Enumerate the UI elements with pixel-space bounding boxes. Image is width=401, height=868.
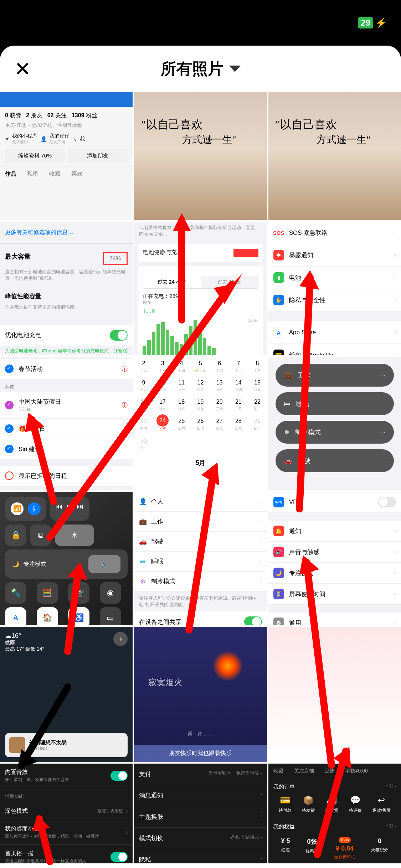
thumb-taobao-account[interactable]: 收藏关注店铺足迹零钱¥0.00 我的订单全部 › 💳待付款 📦待发货 🚚待收货 … [268,764,401,863]
vpn-icon: VPN [273,497,284,507]
exposure-icon: ✱ [273,250,284,260]
hourglass-icon: ⏳ [273,589,284,599]
mirror-icon: ⧉ [30,525,51,546]
fireworks-image [210,648,246,684]
home-icon: 🏠 [37,607,58,625]
car-icon: 🚗 [284,457,292,465]
scan-icon: ▭ [100,607,121,625]
more-icon: ⋯ [379,371,385,379]
thumb-battery-chart[interactable]: 低电量模式将暂时降低…载和邮件抓取等后台活动，直至iPhone完全… 电池健康与… [134,222,267,355]
vpn-toggle[interactable] [378,497,396,507]
thumb-fireworks-post[interactable]: 寂寞烟火 词：许… … 朋友快乐时我也跟着快乐 [134,627,267,762]
brightness-slider: ☀ [55,525,94,546]
wallet-icon: 💳 [280,795,291,805]
thumb-focus-pills[interactable]: 💼工作⋯ 🛏睡眠 ❄制冷模式⋯ 🚗驾驶⋯ [268,357,401,490]
wifi-icon: 📶 [11,502,24,515]
privacy-icon: ✋ [273,295,284,305]
title-dropdown[interactable]: 所有照片 [161,58,241,79]
person-icon: 👤 [139,498,146,506]
package-icon: 📦 [303,795,314,805]
thumb-settings-1[interactable]: SOSSOS 紧急联络› ✱暴露通知› ▮电池› ✋隐私与安全性› AApp S… [268,222,401,355]
capacity-value: 74% [103,252,128,265]
focus-icon: 🌙 [273,568,284,578]
volume-slider: 🔈 [88,555,120,573]
rewind-icon: ⏮ [56,502,63,515]
thumb-room-1[interactable]: "以自己喜欢 de 方式过一生" [134,92,267,220]
bed-icon: 🛏 [284,400,291,408]
charge-toggle[interactable] [110,330,128,341]
thumb-weather-music[interactable]: ☁16° 微雨 最高 17° 最低 14° ♪ 达到理想不太易 BEYOND [0,627,133,762]
page-title: 所有照片 [161,58,223,79]
lock-rotation-icon: 🔒 [5,525,26,546]
battery-percent: 29 [358,17,373,29]
play-icon: ▶ [67,502,72,515]
cloud-icon: ☁ [5,632,11,639]
check-icon [5,401,14,409]
review-icon: 💬 [350,795,361,805]
bluetooth-icon: ᛒ [28,502,41,515]
calculator-icon: 🧮 [37,582,58,604]
thumb-dark-list[interactable]: 支付支付宝账号、免密支付等 › 消息通知› 主题换肤› 模式切换标准/长辈模式 … [134,764,267,863]
chevron-down-icon [229,66,241,72]
thumb-calendar-grid[interactable]: 2十二 3十三 4十四 5休十五 6十六 7十七 8十八 9十九 10二十 11… [134,357,267,490]
status-bar: 29 ⚡ [0,0,401,46]
battery-chart: 100% [143,318,258,355]
person-icon: 👤 [41,136,47,142]
car-icon: 🚗 [139,538,146,546]
forward-icon: ⏭ [77,502,84,515]
thumb-settings-2[interactable]: VPNVPN 🔔通知› 🔊声音与触感› 🌙专注模式› ⏳屏幕使用时间› ⚙通用›… [268,492,401,625]
moon-icon: 🌙 [12,561,19,568]
sparkle-icon: ✳ [5,136,9,142]
flashlight-icon: 🔦 [5,582,26,604]
thumb-room-2[interactable]: "以自己喜欢 de 方式过一生" [268,92,401,220]
music-widget: 达到理想不太易 BEYOND [5,733,128,757]
briefcase-icon: 💼 [139,518,146,526]
check-icon [5,365,14,373]
wallet-icon: 💳 [273,350,284,355]
briefcase-icon: 💼 [284,371,292,379]
photos-header: ✕ 所有照片 [0,46,401,92]
thumb-control-center[interactable]: 📶 ᛒ ⏮▶⏭ 🔒 ⧉ ☀ 🌙专注模式 🔈 🔦 🧮 📷 ◉ [0,492,133,625]
truck-icon: 🚚 [327,795,337,805]
thumb-focus-list[interactable]: 👤个人› 💼工作› 🚗驾驶› 🛏睡眠› ❄制冷模式› 专注模式可让你自定设备并静… [134,492,267,625]
music-icon: ♫ [73,136,77,142]
edit-profile-button[interactable]: 编辑资料 70% [5,149,65,163]
chevron-right-icon: › [394,229,396,236]
add-friend-button[interactable]: 添加朋友 [68,149,128,163]
bed-icon: 🛏 [139,558,146,565]
camera-icon: 📷 [68,582,89,604]
accessibility-icon: ♿ [68,607,89,625]
battery-indicator: 29 ⚡ [358,17,387,29]
thumb-dark-settings[interactable]: 内置音效开启录制、刷、发布等播放的音效 辅助功能 深色模式跟随手机系统› 我的桌… [0,764,133,863]
notification-icon: 🔔 [273,526,284,536]
check-icon [5,424,14,433]
record-icon: ◉ [100,582,121,604]
gear-icon: ⚙ [273,618,284,625]
refund-icon: ↩ [378,795,385,805]
text-icon: A [5,607,26,625]
info-icon: ⓘ [122,365,128,373]
thumb-profile[interactable]: 0 获赞 2 朋友 62 关注 1309 粉丝 重庆·江北 + 添加学校、性别等… [0,92,133,220]
repair-link: 更多有关维修选项的信息… [0,222,133,244]
redacted-bar [233,249,258,257]
charging-icon: ⚡ [375,17,387,29]
album-cover [9,737,25,753]
sos-icon: SOS [273,227,284,238]
sound-icon: 🔊 [273,547,284,557]
snowflake-icon: ❄ [139,578,146,585]
appstore-icon: A [273,327,284,338]
thumb-blank[interactable] [268,627,401,762]
sound-toggle[interactable] [110,771,128,781]
photos-panel: ✕ 所有照片 0 获赞 2 朋友 62 关注 1309 粉丝 重庆·江北 + 添… [0,46,401,868]
shake-toggle[interactable] [110,852,128,862]
battery-icon: ▮ [273,272,284,283]
share-toggle[interactable] [244,616,262,625]
check-icon [5,445,14,453]
circle-icon [5,471,14,480]
thumb-battery-capacity[interactable]: 更多有关维修选项的信息… 最大容量 74% 这是相对于新电池而言的电池容量。容量… [0,222,133,355]
photo-grid: 0 获赞 2 朋友 62 关注 1309 粉丝 重庆·江北 + 添加学校、性别等… [0,92,401,863]
snowflake-icon: ❄ [284,428,289,436]
gift-icon: 🎁 [19,425,26,433]
thumb-calendar-list[interactable]: 春节活动ⓘ 其他 中国大陆节假日已订阅ⓘ 🎁生日 Siri 建议 显示已拒绝的日… [0,357,133,490]
close-button[interactable]: ✕ [14,57,31,81]
